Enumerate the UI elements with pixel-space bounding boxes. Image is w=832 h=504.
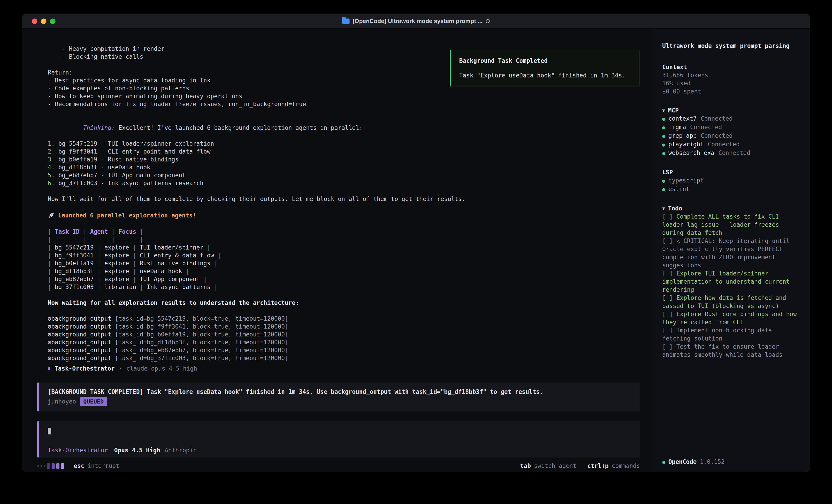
- tool-call: ⚙background_output [task_id=bg_5547c219,…: [48, 315, 640, 323]
- numbered-item: 1.bg_5547c219 - TUI loader/spinner explo…: [48, 140, 640, 148]
- context-used: 16% used: [662, 79, 800, 87]
- lsp-item: ●typescript: [662, 176, 800, 185]
- numbered-item: 2.bg_f9ff3041 - CLI entry point and data…: [48, 148, 640, 156]
- status-dot-icon: ●: [662, 149, 665, 158]
- thinking-block: Thinking:Excellent! I've launched 6 back…: [48, 116, 640, 187]
- app-name: OpenCode: [668, 458, 697, 466]
- todo-item: [ ] ⚠ CRITICAL: Keep iterating until Ora…: [662, 237, 800, 270]
- orchestrator-name: Task-Orchestrator: [54, 365, 114, 372]
- completed-message: [BACKGROUND TASK COMPLETED] Task "Explor…: [48, 388, 631, 396]
- terminal-pane[interactable]: Background Task Completed Task "Explore …: [22, 29, 653, 472]
- record-indicator-icon: [486, 19, 490, 23]
- gear-icon: ⚙: [48, 347, 51, 354]
- gear-icon: ⚙: [48, 331, 51, 338]
- mcp-item: ●figmaConnected: [662, 123, 800, 132]
- table-row: |bg_df18bb3f|explore|useData hook|: [48, 268, 640, 275]
- text-line: - Recommendations for fixing loader free…: [48, 100, 640, 108]
- gear-icon: ⚙: [48, 355, 51, 362]
- mcp-header[interactable]: ▼ MCP: [662, 106, 800, 114]
- status-dot-icon: ●: [662, 132, 665, 140]
- context-section: Context 31,686 tokens 16% used $0.00 spe…: [662, 63, 800, 95]
- numbered-item: 6.bg_37f1c003 - Ink async patterns resea…: [48, 179, 640, 187]
- tool-call: ⚙background_output [task_id=bg_b0effa19,…: [48, 331, 640, 338]
- todo-item: [ ] Complete ALL tasks to fix CLI loader…: [662, 213, 800, 237]
- launch-banner-text: Launched 6 parallel exploration agents!: [58, 212, 196, 220]
- window-title: [OpenCode] Ultrawork mode system prompt …: [353, 18, 483, 25]
- context-label: Context: [662, 63, 800, 71]
- background-task-completed-panel: [BACKGROUND TASK COMPLETED] Task "Explor…: [37, 383, 640, 412]
- wait-text: Now I'll wait for all of them to complet…: [48, 195, 640, 203]
- prompt-input[interactable]: Task-Orchestrator Opus 4.5 High Anthropi…: [37, 421, 640, 457]
- status-dot-icon: ●: [662, 458, 665, 466]
- tab-hint: tab switch agent: [520, 462, 576, 470]
- tool-calls-block: ⚙background_output [task_id=bg_5547c219,…: [48, 315, 640, 362]
- todo-item: [ ] Explore TUI loader/spinner implement…: [662, 270, 800, 294]
- app-version-footer: ● OpenCode 1.0.152: [662, 458, 800, 466]
- tool-call: ⚙background_output [task_id=bg_37f1c003,…: [48, 354, 640, 362]
- thinking-text: Excellent! I've launched 6 background ex…: [119, 124, 363, 131]
- app-window: [OpenCode] Ultrawork mode system prompt …: [22, 13, 810, 472]
- status-dot-icon: ●: [662, 186, 665, 194]
- orchestrator-line: Task-Orchestrator · claude-opus-4-5-high: [48, 364, 640, 373]
- status-dot-icon: ●: [662, 141, 665, 149]
- numbered-item: 3.bg_b0effa19 - Rust native bindings: [48, 156, 640, 164]
- close-button[interactable]: [32, 19, 37, 24]
- zoom-button[interactable]: [50, 19, 55, 24]
- commands-hint: ctrl+p commands: [588, 462, 640, 470]
- status-bar: esc interrupt tab switch agent ctrl+p co…: [37, 457, 640, 470]
- esc-hint: esc interrupt: [74, 462, 120, 470]
- gear-icon: ⚙: [48, 315, 51, 322]
- active-agent-model: Opus 4.5 High: [114, 446, 160, 454]
- agent-square-icon: [48, 367, 50, 370]
- text-line: - How to keep spinner animating during h…: [48, 92, 640, 100]
- status-dot-icon: ●: [662, 177, 665, 185]
- sidebar: Ultrawork mode system prompt parsing Con…: [653, 29, 810, 472]
- window-title-area: [OpenCode] Ultrawork mode system prompt …: [22, 18, 810, 25]
- thinking-label: Thinking:: [83, 124, 115, 131]
- status-dot-icon: ●: [662, 123, 665, 132]
- chevron-down-icon: ▼: [662, 106, 665, 114]
- toast-body: Task "Explore useData hook" finished in …: [459, 72, 631, 80]
- table-row: |bg_eb87ebb7|explore|TUI App component|: [48, 275, 640, 283]
- table-separator-row: |---------|-------|-------|: [48, 236, 640, 244]
- gear-icon: ⚙: [48, 339, 51, 346]
- table-row: |bg_b0effa19|explore|Rust native binding…: [48, 259, 640, 268]
- mcp-item: ●websearch_exaConnected: [662, 149, 800, 158]
- gear-icon: ⚙: [48, 323, 51, 330]
- lsp-item: ●eslint: [662, 185, 800, 194]
- context-tokens: 31,686 tokens: [662, 71, 800, 79]
- toast-title: Background Task Completed: [459, 57, 631, 65]
- agents-table: |Task ID|Agent|Focus| |---------|-------…: [48, 228, 640, 291]
- mcp-item: ●playwrightConnected: [662, 140, 800, 149]
- app-version: 1.0.152: [700, 458, 725, 466]
- tool-call: ⚙background_output [task_id=bg_f9ff3041,…: [48, 323, 640, 331]
- todo-item: [ ] Explore Rust core bindings and how t…: [662, 310, 800, 326]
- launch-banner: Launched 6 parallel exploration agents!: [48, 211, 640, 220]
- table-row: |bg_f9ff3041|explore|CLI entry & data fl…: [48, 252, 640, 259]
- active-agent-row: Task-Orchestrator Opus 4.5 High Anthropi…: [48, 446, 631, 454]
- status-badge: QUEUED: [80, 397, 107, 406]
- todo-item: [ ] Explore how data is fetched and pass…: [662, 294, 800, 310]
- active-agent-name: Task-Orchestrator: [48, 446, 108, 454]
- active-agent-provider: Anthropic: [165, 446, 197, 454]
- session-title: Ultrawork mode system prompt parsing: [662, 42, 800, 50]
- mcp-item: ●context7Connected: [662, 114, 800, 123]
- todo-item: [ ] Test the fix to ensure loader animat…: [662, 342, 800, 359]
- warning-icon: ⚠: [676, 237, 680, 244]
- todo-item: [ ] Implement non-blocking data fetching…: [662, 326, 800, 342]
- context-spent: $0.00 spent: [662, 87, 800, 95]
- mcp-item: ●grep_appConnected: [662, 132, 800, 140]
- orchestrator-model: claude-opus-4-5-high: [126, 365, 197, 372]
- numbered-item: 4.bg_df18bb3f - useData hook: [48, 164, 640, 171]
- tool-call: ⚙background_output [task_id=bg_df18bb3f,…: [48, 338, 640, 346]
- lsp-section: LSP ●typescript ●eslint: [662, 168, 800, 194]
- activity-spinner-icon: [37, 464, 64, 469]
- titlebar: [OpenCode] Ultrawork mode system prompt …: [22, 14, 810, 29]
- text-cursor: [48, 428, 51, 435]
- minimize-button[interactable]: [41, 19, 46, 24]
- todo-header[interactable]: ▼ Todo: [662, 204, 800, 213]
- status-dot-icon: ●: [662, 115, 665, 123]
- table-header-row: |Task ID|Agent|Focus|: [48, 228, 640, 236]
- todo-section: ▼ Todo [ ] Complete ALL tasks to fix CLI…: [662, 204, 800, 359]
- folder-icon: [342, 19, 349, 24]
